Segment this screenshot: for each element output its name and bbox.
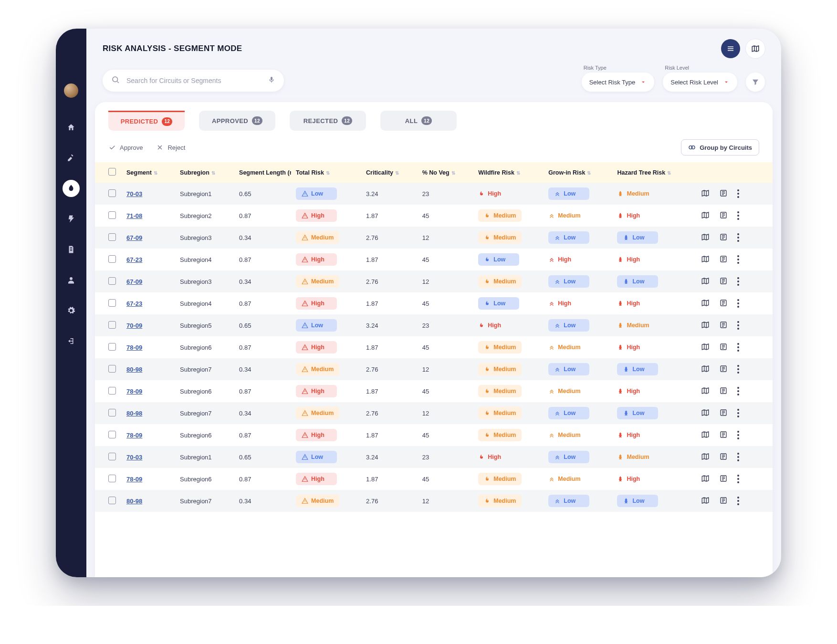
segment-link[interactable]: 80-98 bbox=[126, 410, 142, 417]
row-menu[interactable] bbox=[737, 255, 739, 264]
details-icon[interactable] bbox=[719, 430, 728, 440]
map-icon[interactable] bbox=[701, 496, 710, 506]
row-menu[interactable] bbox=[737, 277, 739, 286]
details-icon[interactable] bbox=[719, 189, 728, 199]
filter-button[interactable] bbox=[746, 73, 765, 92]
nav-risk[interactable] bbox=[63, 180, 80, 197]
row-checkbox[interactable] bbox=[108, 497, 116, 504]
nav-settings[interactable] bbox=[63, 302, 80, 319]
details-icon[interactable] bbox=[719, 496, 728, 506]
map-icon[interactable] bbox=[701, 343, 710, 353]
map-icon[interactable] bbox=[701, 321, 710, 331]
risk-type-select[interactable]: Select Risk Type bbox=[582, 73, 655, 92]
nav-power[interactable] bbox=[63, 210, 80, 228]
mic-icon[interactable] bbox=[268, 76, 275, 85]
segment-link[interactable]: 78-09 bbox=[126, 476, 142, 483]
map-icon[interactable] bbox=[701, 211, 710, 221]
nav-home[interactable] bbox=[63, 119, 80, 136]
col-criticality[interactable]: Criticality⇅ bbox=[361, 162, 418, 183]
segment-link[interactable]: 67-23 bbox=[126, 256, 142, 263]
row-checkbox[interactable] bbox=[108, 255, 116, 263]
row-menu[interactable] bbox=[737, 189, 739, 198]
nav-logout[interactable] bbox=[63, 332, 80, 350]
search-input[interactable] bbox=[126, 76, 262, 85]
details-icon[interactable] bbox=[719, 233, 728, 243]
details-icon[interactable] bbox=[719, 452, 728, 462]
segment-link[interactable]: 78-09 bbox=[126, 344, 142, 351]
reject-button[interactable]: Reject bbox=[156, 144, 185, 151]
row-checkbox[interactable] bbox=[108, 233, 116, 241]
row-menu[interactable] bbox=[737, 233, 739, 242]
row-menu[interactable] bbox=[737, 475, 739, 483]
map-icon[interactable] bbox=[701, 299, 710, 309]
col-growin[interactable]: Grow-in Risk⇅ bbox=[544, 162, 612, 183]
segment-link[interactable]: 78-09 bbox=[126, 388, 142, 395]
row-menu[interactable] bbox=[737, 387, 739, 395]
tab-all[interactable]: ALL12 bbox=[380, 111, 457, 131]
row-menu[interactable] bbox=[737, 453, 739, 461]
map-icon[interactable] bbox=[701, 474, 710, 484]
col-subregion[interactable]: Subregion⇅ bbox=[175, 162, 234, 183]
segment-link[interactable]: 70-03 bbox=[126, 190, 142, 197]
col-wildfire[interactable]: Wildfire Risk⇅ bbox=[473, 162, 544, 183]
segment-link[interactable]: 80-98 bbox=[126, 366, 142, 373]
segment-link[interactable]: 80-98 bbox=[126, 498, 142, 505]
row-checkbox[interactable] bbox=[108, 211, 116, 219]
group-by-button[interactable]: Group by Circuits bbox=[681, 139, 759, 156]
nav-user[interactable] bbox=[63, 271, 80, 289]
map-icon[interactable] bbox=[701, 277, 710, 287]
details-icon[interactable] bbox=[719, 474, 728, 484]
search-box[interactable] bbox=[103, 70, 284, 92]
segment-link[interactable]: 67-23 bbox=[126, 300, 142, 307]
row-checkbox[interactable] bbox=[108, 431, 116, 438]
details-icon[interactable] bbox=[719, 386, 728, 396]
row-checkbox[interactable] bbox=[108, 475, 116, 482]
row-menu[interactable] bbox=[737, 299, 739, 308]
row-menu[interactable] bbox=[737, 365, 739, 374]
view-list-button[interactable] bbox=[721, 39, 740, 58]
map-icon[interactable] bbox=[701, 430, 710, 440]
row-menu[interactable] bbox=[737, 409, 739, 417]
map-icon[interactable] bbox=[701, 189, 710, 199]
tab-approved[interactable]: APPROVED12 bbox=[199, 111, 275, 131]
col-segment[interactable]: Segment⇅ bbox=[122, 162, 175, 183]
nav-reports[interactable] bbox=[63, 241, 80, 258]
row-checkbox[interactable] bbox=[108, 299, 116, 307]
segment-link[interactable]: 67-09 bbox=[126, 234, 142, 241]
details-icon[interactable] bbox=[719, 299, 728, 309]
risk-level-select[interactable]: Select Risk Level bbox=[663, 73, 737, 92]
row-checkbox[interactable] bbox=[108, 343, 116, 351]
segment-link[interactable]: 70-09 bbox=[126, 322, 142, 329]
row-checkbox[interactable] bbox=[108, 365, 116, 373]
row-checkbox[interactable] bbox=[108, 189, 116, 197]
row-menu[interactable] bbox=[737, 497, 739, 505]
col-total-risk[interactable]: Total Risk⇅ bbox=[291, 162, 361, 183]
row-menu[interactable] bbox=[737, 431, 739, 439]
row-checkbox[interactable] bbox=[108, 277, 116, 285]
details-icon[interactable] bbox=[719, 364, 728, 374]
table-wrap[interactable]: Segment⇅ Subregion⇅ Segment Length (mi)⇅… bbox=[95, 162, 773, 577]
row-menu[interactable] bbox=[737, 321, 739, 330]
details-icon[interactable] bbox=[719, 255, 728, 265]
segment-link[interactable]: 67-09 bbox=[126, 278, 142, 285]
segment-link[interactable]: 71-08 bbox=[126, 212, 142, 219]
row-checkbox[interactable] bbox=[108, 453, 116, 460]
segment-link[interactable]: 78-09 bbox=[126, 432, 142, 439]
row-menu[interactable] bbox=[737, 211, 739, 220]
details-icon[interactable] bbox=[719, 408, 728, 418]
col-length[interactable]: Segment Length (mi)⇅ bbox=[234, 162, 291, 183]
details-icon[interactable] bbox=[719, 211, 728, 221]
view-map-button[interactable] bbox=[746, 39, 765, 58]
segment-link[interactable]: 70-03 bbox=[126, 454, 142, 461]
col-no-veg[interactable]: % No Veg⇅ bbox=[418, 162, 474, 183]
row-checkbox[interactable] bbox=[108, 387, 116, 395]
avatar[interactable] bbox=[64, 83, 78, 98]
details-icon[interactable] bbox=[719, 277, 728, 287]
map-icon[interactable] bbox=[701, 255, 710, 265]
map-icon[interactable] bbox=[701, 364, 710, 374]
tab-predicted[interactable]: PREDICTED12 bbox=[108, 111, 185, 131]
select-all-checkbox[interactable] bbox=[108, 168, 116, 176]
tab-rejected[interactable]: REJECTED12 bbox=[290, 111, 366, 131]
row-checkbox[interactable] bbox=[108, 409, 116, 416]
map-icon[interactable] bbox=[701, 386, 710, 396]
